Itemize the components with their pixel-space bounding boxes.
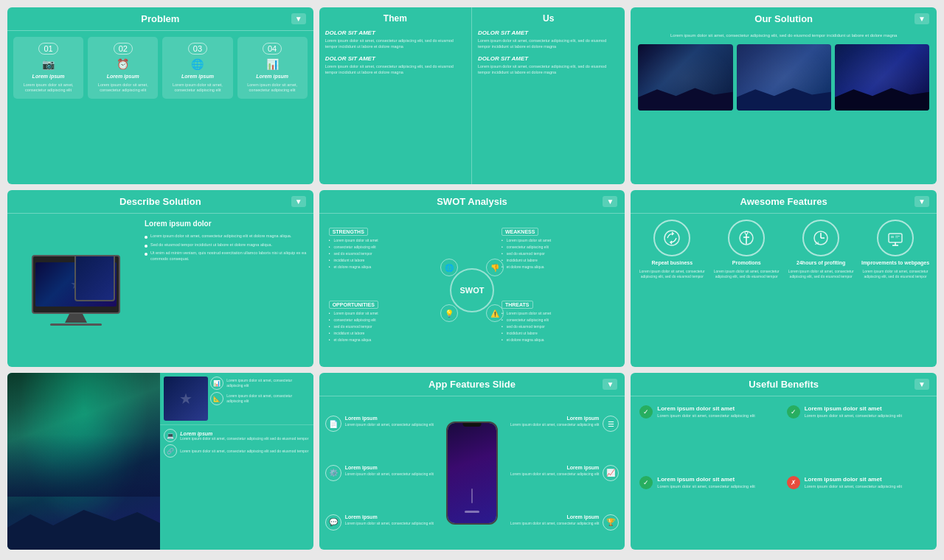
- app-right-text-2: Lorem ipsum Lorem ipsum dolor sit amet, …: [502, 465, 599, 477]
- solution-img-2: [737, 44, 831, 111]
- us-column: Us DOLOR SIT AMET Lorem ipsum dolor sit …: [472, 7, 625, 184]
- feature-promotions: Promotions Lorem ipsum dolor sit amet, c…: [711, 220, 782, 361]
- slide-aurora: Lorem ipsum Lorem ipsum dolor sit amet, …: [7, 373, 313, 550]
- features-grid: Repeat business Lorem ipsum dolor sit am…: [631, 214, 937, 367]
- app-left-title-1: Lorem ipsum: [345, 416, 442, 421]
- aurora-bottom-text-1: Lorem ipsum Lorem ipsum dolor sit amet, …: [180, 431, 309, 441]
- app-icon-doc: 📄: [325, 416, 341, 432]
- benefit-check-2: ✓: [787, 405, 800, 419]
- app-right-feature-2: 📈 Lorem ipsum Lorem ipsum dolor sit amet…: [502, 465, 619, 481]
- features-dropdown[interactable]: ▼: [914, 196, 929, 207]
- problem-title-4: Lorem ipsum: [256, 74, 288, 79]
- our-solution-dropdown[interactable]: ▼: [914, 13, 929, 24]
- them-us-container: Them DOLOR SIT AMET Lorem ipsum dolor si…: [319, 7, 625, 184]
- feature-icon-promotions: [728, 220, 765, 256]
- problem-num-1: 01: [38, 43, 58, 55]
- describe-content: ★ Lorem ipsum dolor Lorem ipsum dolor si…: [7, 214, 313, 367]
- aurora-right-text-2: Lorem ipsum dolor sit amet, consectetur …: [226, 393, 309, 404]
- problem-item-3: 03 🌐 Lorem ipsum Lorem ipsum dolor sit a…: [162, 37, 232, 99]
- problem-num-3: 03: [188, 43, 207, 55]
- aurora-bottom-item-2: 🔗 Lorem ipsum dolor sit amet, consectetu…: [164, 444, 309, 458]
- app-right-text-1: Lorem ipsum Lorem ipsum dolor sit amet, …: [502, 416, 599, 427]
- swot-circle: SWOT 🌐 👎 💡 ⚠️: [450, 268, 494, 312]
- problem-title-3: Lorem ipsum: [181, 74, 214, 79]
- app-left-title-2: Lorem ipsum: [345, 465, 442, 470]
- swot-opportunities-text: •Lorem ipsum dolor sit amet •consectetur…: [329, 311, 442, 343]
- app-left-title-3: Lorem ipsum: [345, 514, 442, 519]
- slide-swot: SWOT Analysis ▼ STRENGTHS •Lorem ipsum d…: [319, 190, 625, 367]
- slide-problem-title: Problem: [141, 13, 179, 24]
- us-header: Us: [478, 13, 619, 24]
- app-left-text-3: Lorem ipsum Lorem ipsum dolor sit amet, …: [345, 514, 442, 526]
- feature-text-promotions: Lorem ipsum dolor sit amet, consectetur …: [711, 269, 782, 279]
- problem-text-3: Lorem ipsum dolor sit amet, consectetur …: [166, 83, 229, 93]
- us-block-2-text: Lorem ipsum dolor sit amet, consectetur …: [478, 64, 619, 75]
- app-right-desc-3: Lorem ipsum dolor sit amet, consectetur …: [502, 521, 599, 526]
- benefit-content-2: Lorem ipsum dolor sit amet Lorem ipsum d…: [805, 405, 902, 419]
- svg-rect-13: [895, 236, 900, 237]
- problem-text-1: Lorem ipsum dolor sit amet, consectetur …: [17, 83, 80, 93]
- app-features-dropdown[interactable]: ▼: [603, 379, 617, 390]
- app-left-text-1: Lorem ipsum Lorem ipsum dolor sit amet, …: [345, 416, 442, 427]
- benefit-item-3: ✓ Lorem ipsum dolor sit amet Lorem ipsum…: [639, 476, 780, 541]
- problem-num-2: 02: [114, 43, 133, 55]
- problem-icon-2: ⏰: [117, 58, 129, 70]
- them-column: Them DOLOR SIT AMET Lorem ipsum dolor si…: [319, 7, 472, 184]
- solution-img-1: [638, 44, 732, 111]
- swot-title: SWOT Analysis: [437, 196, 507, 207]
- problem-dropdown-icon[interactable]: ▼: [291, 13, 306, 24]
- swot-weakness: WEAKNESS •Lorem ipsum dolor sit amet •co…: [498, 220, 619, 289]
- swot-opportunities: OPPORTUNITIES •Lorem ipsum dolor sit ame…: [325, 293, 446, 362]
- us-block-2-title: DOLOR SIT AMET: [478, 55, 619, 62]
- slide-them-us: Them DOLOR SIT AMET Lorem ipsum dolor si…: [319, 7, 625, 184]
- benefits-header: Useful Benefits ▼: [631, 373, 937, 396]
- app-left-feature-2: ⚙️ Lorem ipsum Lorem ipsum dolor sit ame…: [325, 465, 442, 481]
- them-block-1-text: Lorem ipsum dolor sit amet, consectetur …: [325, 38, 465, 49]
- feature-title-24hours: 24hours of profiting: [796, 260, 845, 265]
- our-solution-subtitle: Lorem ipsum dolor sit amet, consectetur …: [631, 30, 937, 41]
- benefits-title: Useful Benefits: [749, 379, 819, 390]
- them-block-2: DOLOR SIT AMET Lorem ipsum dolor sit ame…: [325, 55, 465, 75]
- our-solution-title: Our Solution: [754, 13, 813, 24]
- benefits-grid: ✓ Lorem ipsum dolor sit amet Lorem ipsum…: [631, 396, 937, 550]
- problem-text-4: Lorem ipsum dolor sit amet, consectetur …: [241, 83, 304, 93]
- describe-bullet-3: Ut enim ad minim veniam, quis nostrud ex…: [145, 251, 308, 262]
- describe-devices: ★: [13, 220, 139, 361]
- solution-images-container: [631, 41, 937, 118]
- app-icon-chart: 📈: [603, 465, 619, 481]
- app-left-desc-3: Lorem ipsum dolor sit amet, consectetur …: [345, 521, 442, 526]
- benefit-title-2: Lorem ipsum dolor sit amet: [805, 405, 902, 412]
- aurora-bottom-text-2: Lorem ipsum dolor sit amet, consectetur …: [180, 449, 309, 453]
- solution-img-3: [835, 44, 929, 111]
- benefits-dropdown[interactable]: ▼: [914, 379, 929, 390]
- feature-text-improvements: Lorem ipsum dolor sit amet, consectetur …: [860, 269, 931, 279]
- aurora-right-text-items: 📊 Lorem ipsum dolor sit amet, consectetu…: [210, 377, 309, 421]
- problem-icon-4: 📊: [266, 58, 279, 70]
- solution-img-1-inner: [638, 44, 732, 111]
- aurora-icon-laptop: 💻: [164, 429, 177, 442]
- swot-dropdown[interactable]: ▼: [603, 196, 617, 207]
- aurora-right-panel: ★ 📊 Lorem ipsum dolor sit amet, consecte…: [160, 373, 313, 461]
- describe-bullet-text-3: Ut enim ad minim veniam, quis nostrud ex…: [150, 251, 308, 262]
- device-monitor: ★: [32, 255, 120, 314]
- describe-dropdown[interactable]: ▼: [291, 196, 306, 207]
- feature-improvements: Improvements to webpages Lorem ipsum dol…: [860, 220, 931, 361]
- swot-weakness-title: WEAKNESS: [502, 228, 538, 236]
- slide-problem: Problem ▼ 01 📷 Lorem ipsum Lorem ipsum d…: [7, 7, 313, 184]
- swot-threats-title: THREATS: [502, 301, 533, 309]
- app-right-feature-1: ☰ Lorem ipsum Lorem ipsum dolor sit amet…: [502, 416, 619, 432]
- benefit-content-1: Lorem ipsum dolor sit amet Lorem ipsum d…: [657, 405, 754, 419]
- aurora-right-top: ★ 📊 Lorem ipsum dolor sit amet, consecte…: [160, 373, 313, 424]
- aurora-icon-square: 📐: [210, 392, 223, 405]
- problem-items-container: 01 📷 Lorem ipsum Lorem ipsum dolor sit a…: [7, 31, 313, 105]
- describe-bullet-text-1: Lorem ipsum dolor sit amet, consectetur …: [150, 234, 291, 239]
- problem-icon-1: 📷: [42, 58, 55, 70]
- benefit-text-4: Lorem ipsum dolor sit amet, consectetur …: [805, 484, 902, 490]
- app-right-title-2: Lorem ipsum: [502, 465, 599, 470]
- swot-strengths: STRENGTHS •Lorem ipsum dolor sit amet •c…: [325, 220, 446, 289]
- features-title: Awesome Features: [740, 196, 827, 207]
- describe-text-content: Lorem ipsum dolor Lorem ipsum dolor sit …: [145, 220, 308, 361]
- device-tablet: [74, 255, 115, 301]
- swot-icon-threats: ⚠️: [486, 304, 504, 322]
- feature-title-improvements: Improvements to webpages: [861, 260, 929, 265]
